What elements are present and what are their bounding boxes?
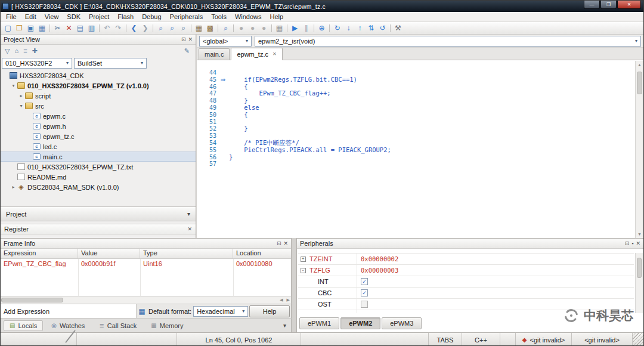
tree-item-010-hxs320f28034-epwm-tz-v1-0-0[interactable]: ▾010_HXS320F28034_EPWM_TZ (v1.0.0) — [1, 81, 196, 91]
redo-icon[interactable]: ↷ — [113, 23, 124, 33]
panel-tab-watches[interactable]: ◎Watches — [45, 320, 91, 331]
watch-expression-row[interactable]: EPwm_TZ_CBC_flag0x0000b91fUint160x000100… — [1, 259, 291, 268]
frame-info-hscrollbar[interactable] — [1, 296, 291, 304]
zoom-icon[interactable]: ⌕ — [220, 23, 231, 33]
disconnect-icon[interactable]: ● — [247, 23, 258, 33]
navigate-forward-icon[interactable]: ❯ — [140, 23, 151, 33]
tree-item-010-hxs320f28034-epwm-tz-txt[interactable]: 010_HXS320F28034_EPWM_TZ.txt — [1, 162, 196, 172]
scroll-up-icon[interactable] — [636, 61, 643, 69]
target-icon[interactable]: ⊕ — [316, 23, 327, 33]
column-header-value[interactable]: Value — [78, 249, 140, 258]
menu-item-flash[interactable]: Flash — [113, 13, 138, 21]
restart-icon[interactable]: ↻ — [332, 23, 343, 33]
code-line[interactable]: 56} — [200, 154, 635, 161]
menu-item-peripherals[interactable]: Peripherals — [166, 13, 208, 21]
code-line[interactable]: 52 } — [200, 125, 635, 132]
code-line[interactable]: 48 } — [200, 97, 635, 104]
tree-expand-icon[interactable]: ▾ — [18, 103, 24, 109]
column-header-expression[interactable]: Expression — [1, 249, 78, 258]
column-header-type[interactable]: Type — [140, 249, 233, 258]
title-bar[interactable]: [ HXS320F28034_CDK ] E:\034_CDK\HXS320F2… — [1, 1, 643, 12]
cut-icon[interactable]: ✂ — [52, 23, 63, 33]
menu-item-project[interactable]: Project — [85, 13, 113, 21]
undo-icon[interactable]: ↶ — [101, 23, 113, 33]
checkbox-checked[interactable]: ✓ — [361, 289, 368, 296]
pause-icon[interactable]: ∥ — [301, 23, 312, 33]
status-resize-grip[interactable] — [633, 333, 643, 346]
code-line[interactable]: 55 PieCtrlRegs.PIEACK.all = PIEACK_GROUP… — [200, 147, 635, 154]
chevron-down-icon[interactable]: ▾ — [283, 322, 286, 329]
menu-item-help[interactable]: Help — [266, 13, 288, 21]
peripherals-scrollbar[interactable] — [635, 253, 643, 313]
status-tabs-indicator[interactable]: TABS — [429, 333, 462, 346]
panel-splitter[interactable] — [292, 238, 296, 332]
tree-item-readme-md[interactable]: README.md — [1, 172, 196, 182]
code-line[interactable]: 54 /* PIE中断应答*/ — [200, 140, 635, 147]
tree-item-epwm-tz-c[interactable]: cepwm_tz.c — [1, 131, 196, 141]
menu-item-edit[interactable]: Edit — [21, 13, 41, 21]
peripheral-row-tzeint[interactable]: +TZEINT0x00000002 — [298, 254, 634, 265]
refresh-icon[interactable]: ↺ — [377, 23, 388, 33]
search-icon[interactable]: ⌕ — [155, 23, 166, 33]
scope-select[interactable]: <global> — [199, 36, 252, 47]
close-icon[interactable]: ✕ — [188, 36, 193, 42]
column-header-location[interactable]: Location — [233, 249, 291, 258]
tree-item-src[interactable]: ▾src — [1, 101, 196, 111]
scrollbar-thumb[interactable] — [637, 258, 642, 278]
status-cursor-position[interactable]: Ln 45, Col 0, Pos 1062 — [177, 333, 301, 346]
tree-item-epwm-h[interactable]: cepwm.h — [1, 121, 196, 131]
pin-icon[interactable]: ✚ — [32, 47, 38, 55]
flash-download-icon[interactable]: ▦ — [274, 23, 285, 33]
checkbox-unchecked[interactable] — [361, 301, 368, 308]
function-select[interactable]: epwm2_tz_isr(void) — [255, 36, 641, 47]
status-git-remote[interactable]: <git invalid> — [572, 333, 633, 346]
code-line[interactable]: 45⇒ if(EPwm2Regs.TZFLG.bit.CBC==1) — [200, 76, 635, 84]
close-button[interactable]: ✕ — [617, 1, 641, 9]
build-icon[interactable]: ▦ — [193, 23, 205, 33]
connect-icon[interactable]: ● — [236, 23, 247, 33]
step-into-icon[interactable]: ↓ — [343, 23, 354, 33]
menu-item-view[interactable]: View — [41, 13, 63, 21]
copy-icon[interactable]: ▤ — [75, 23, 86, 33]
paste-icon[interactable]: ▥ — [86, 23, 97, 33]
dock-icon[interactable]: ⊡ — [181, 36, 186, 42]
menu-item-tools[interactable]: Tools — [207, 13, 231, 21]
code-line[interactable]: 49 else — [200, 104, 635, 112]
tree-expand-icon[interactable]: ▸ — [18, 93, 24, 98]
tab-close-icon[interactable]: ✕ — [273, 51, 277, 57]
filter-icon[interactable]: ▽ — [5, 47, 10, 55]
tree-item-epwm-c[interactable]: cepwm.c — [1, 111, 196, 121]
scroll-down-icon[interactable] — [636, 230, 643, 238]
menu-item-windows[interactable]: Windows — [231, 13, 266, 21]
maximize-button[interactable]: ❐ — [600, 1, 617, 9]
scrollbar-thumb[interactable] — [1, 298, 63, 302]
menu-item-sdk[interactable]: SDK — [63, 13, 85, 21]
minimize-button[interactable]: — — [584, 1, 600, 9]
edit-icon[interactable]: ✎ — [184, 47, 190, 55]
code-line[interactable]: 51 — [200, 119, 635, 126]
help-button[interactable]: Help — [249, 305, 290, 317]
buildset-select[interactable]: BuildSet — [74, 58, 147, 69]
collapse-icon[interactable]: - — [298, 268, 308, 273]
add-expression-field[interactable]: Add Expression — [1, 304, 137, 318]
status-git-branch[interactable]: ◆<git invalid> — [516, 333, 572, 346]
new-file-icon[interactable]: ▢ — [2, 23, 14, 33]
rebuild-icon[interactable]: ▩ — [205, 23, 216, 33]
panel-tab-call-stack[interactable]: ≣Call Stack — [93, 320, 143, 331]
save-all-icon[interactable]: ▦ — [36, 23, 48, 33]
scroll-arrows[interactable] — [280, 296, 290, 304]
tree-item-main-c[interactable]: cmain.c — [1, 152, 196, 162]
tree-item-dsc28034-ram-sdk-v1-0-0[interactable]: ▸◈DSC28034_RAM_SDK (v1.0.0) — [1, 182, 196, 192]
pin-icon[interactable]: ▪ — [631, 240, 633, 246]
peripheral-tab-epwm3[interactable]: ePWM3 — [382, 317, 422, 329]
dock-icon[interactable]: ⊡ — [277, 240, 281, 246]
dock-icon[interactable]: ⊡ — [625, 240, 630, 246]
format-icon[interactable]: ▦ — [137, 307, 147, 316]
project-section-bar[interactable]: Project ▾ — [1, 206, 196, 221]
checkbox-checked[interactable]: ✓ — [361, 278, 368, 285]
code-line[interactable]: 50 { — [200, 112, 635, 119]
panel-tab-memory[interactable]: ▦Memory — [145, 320, 189, 331]
search-in-files-icon[interactable]: ⌕ — [166, 23, 178, 33]
panel-tab-locals[interactable]: ▤Locals — [4, 320, 43, 331]
status-language-indicator[interactable]: C++ — [462, 333, 500, 346]
